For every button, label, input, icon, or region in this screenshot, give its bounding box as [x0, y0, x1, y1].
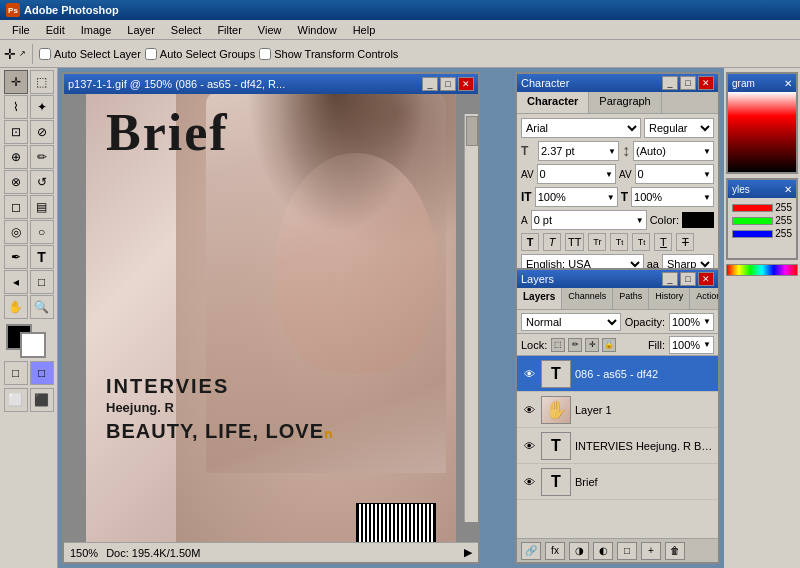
- layer-adjustment-btn[interactable]: ◐: [593, 542, 613, 560]
- layer-group-btn[interactable]: □: [617, 542, 637, 560]
- menu-file[interactable]: File: [4, 22, 38, 38]
- transform-controls-checkbox[interactable]: [259, 48, 271, 60]
- history-brush-btn[interactable]: ↺: [30, 170, 54, 194]
- subscript-btn[interactable]: Tt: [632, 233, 650, 251]
- scale-h-input[interactable]: 100% ▼: [535, 187, 618, 207]
- lock-all-btn[interactable]: 🔒: [602, 338, 616, 352]
- layer-delete-btn[interactable]: 🗑: [665, 542, 685, 560]
- magic-wand-btn[interactable]: ✦: [30, 95, 54, 119]
- move-tool[interactable]: ✛ ↗: [4, 46, 26, 62]
- lock-position-btn[interactable]: ✛: [585, 338, 599, 352]
- layers-tab-layers[interactable]: Layers: [517, 288, 562, 309]
- menu-window[interactable]: Window: [290, 22, 345, 38]
- layers-minimize[interactable]: _: [662, 272, 678, 286]
- layer-eye-3[interactable]: 👁: [521, 474, 537, 490]
- superscript-btn[interactable]: Tt: [610, 233, 628, 251]
- pen-tool-btn[interactable]: ✒: [4, 245, 28, 269]
- bold-btn[interactable]: T: [521, 233, 539, 251]
- opacity-arrow[interactable]: ▼: [703, 317, 711, 326]
- lock-transparent-btn[interactable]: ⬚: [551, 338, 565, 352]
- tracking-input[interactable]: 0 ▼: [635, 164, 714, 184]
- layers-tab-paths[interactable]: Paths: [613, 288, 649, 309]
- heal-tool-btn[interactable]: ⊕: [4, 145, 28, 169]
- menu-layer[interactable]: Layer: [119, 22, 163, 38]
- layer-item-1[interactable]: 👁 ✋ Layer 1: [517, 392, 718, 428]
- background-color[interactable]: [20, 332, 46, 358]
- char-panel-close[interactable]: ✕: [698, 76, 714, 90]
- layer-item-2[interactable]: 👁 T INTERVIES Heejung. R BE...: [517, 428, 718, 464]
- doc-nav-arrow[interactable]: ▶: [464, 546, 472, 559]
- dodge-tool-btn[interactable]: ○: [30, 220, 54, 244]
- auto-select-layer-checkbox[interactable]: [39, 48, 51, 60]
- leading-arrow[interactable]: ▼: [703, 147, 711, 156]
- text-tool-btn[interactable]: T: [30, 245, 54, 269]
- scale-v-input[interactable]: 100% ▼: [631, 187, 714, 207]
- italic-btn[interactable]: T: [543, 233, 561, 251]
- brush-tool-btn[interactable]: ✏: [30, 145, 54, 169]
- char-panel-maximize[interactable]: □: [680, 76, 696, 90]
- styles-panel-close-btn[interactable]: ✕: [784, 184, 792, 195]
- tab-paragraph[interactable]: Paragraph: [589, 92, 661, 113]
- standard-mode-btn[interactable]: □: [4, 361, 28, 385]
- underline-btn[interactable]: T: [654, 233, 672, 251]
- zoom-tool-btn[interactable]: 🔍: [30, 295, 54, 319]
- doc-maximize-btn[interactable]: □: [440, 77, 456, 91]
- scrollbar-thumb-v[interactable]: [466, 116, 478, 146]
- baseline-input[interactable]: 0 pt ▼: [531, 210, 647, 230]
- layer-eye-1[interactable]: 👁: [521, 402, 537, 418]
- layer-new-btn[interactable]: +: [641, 542, 661, 560]
- doc-scrollbar-v[interactable]: [464, 114, 478, 522]
- allcaps-btn[interactable]: TT: [565, 233, 584, 251]
- font-family-select[interactable]: Arial: [521, 118, 641, 138]
- hand-tool-btn[interactable]: ✋: [4, 295, 28, 319]
- layer-eye-2[interactable]: 👁: [521, 438, 537, 454]
- menu-select[interactable]: Select: [163, 22, 210, 38]
- kerning-input[interactable]: 0 ▼: [537, 164, 616, 184]
- strikethrough-btn[interactable]: T: [676, 233, 694, 251]
- layers-close[interactable]: ✕: [698, 272, 714, 286]
- lasso-tool-btn[interactable]: ⌇: [4, 95, 28, 119]
- smallcaps-btn[interactable]: Tr: [588, 233, 606, 251]
- crop-tool-btn[interactable]: ⊡: [4, 120, 28, 144]
- layers-tab-actions[interactable]: Actions: [690, 288, 718, 309]
- select-tool-btn[interactable]: ⬚: [30, 70, 54, 94]
- layers-maximize[interactable]: □: [680, 272, 696, 286]
- doc-minimize-btn[interactable]: _: [422, 77, 438, 91]
- layers-tab-channels[interactable]: Channels: [562, 288, 613, 309]
- color-spectrum-strip[interactable]: [726, 264, 798, 276]
- screen-mode-1[interactable]: ⬜: [4, 388, 28, 412]
- layer-item-3[interactable]: 👁 T Brief: [517, 464, 718, 500]
- layer-item-0[interactable]: 👁 T 086 - as65 - df42: [517, 356, 718, 392]
- slice-tool-btn[interactable]: ⊘: [30, 120, 54, 144]
- color-swatch[interactable]: [682, 212, 714, 228]
- layer-eye-0[interactable]: 👁: [521, 366, 537, 382]
- menu-edit[interactable]: Edit: [38, 22, 73, 38]
- auto-select-groups-checkbox[interactable]: [145, 48, 157, 60]
- layer-link-btn[interactable]: 🔗: [521, 542, 541, 560]
- char-panel-minimize[interactable]: _: [662, 76, 678, 90]
- doc-close-btn[interactable]: ✕: [458, 77, 474, 91]
- tab-character[interactable]: Character: [517, 92, 589, 113]
- document-canvas[interactable]: Brief INTERVIES Heejung. R BEAUTY, LIFE,…: [64, 94, 478, 542]
- menu-help[interactable]: Help: [345, 22, 384, 38]
- fill-arrow[interactable]: ▼: [703, 340, 711, 349]
- lock-image-btn[interactable]: ✏: [568, 338, 582, 352]
- menu-image[interactable]: Image: [73, 22, 120, 38]
- menu-filter[interactable]: Filter: [209, 22, 249, 38]
- menu-view[interactable]: View: [250, 22, 290, 38]
- color-panel-body[interactable]: [728, 92, 796, 172]
- layers-tab-history[interactable]: History: [649, 288, 690, 309]
- layer-mask-btn[interactable]: ◑: [569, 542, 589, 560]
- move-tool-btn[interactable]: ✛: [4, 70, 28, 94]
- shape-tool-btn[interactable]: □: [30, 270, 54, 294]
- path-select-btn[interactable]: ◂: [4, 270, 28, 294]
- blur-tool-btn[interactable]: ◎: [4, 220, 28, 244]
- clone-tool-btn[interactable]: ⊗: [4, 170, 28, 194]
- screen-mode-2[interactable]: ⬛: [30, 388, 54, 412]
- gradient-tool-btn[interactable]: ▤: [30, 195, 54, 219]
- layer-fx-btn[interactable]: fx: [545, 542, 565, 560]
- font-size-arrow[interactable]: ▼: [608, 147, 616, 156]
- eraser-tool-btn[interactable]: ◻: [4, 195, 28, 219]
- color-panel-close-btn[interactable]: ✕: [784, 78, 792, 89]
- quickmask-mode-btn[interactable]: □: [30, 361, 54, 385]
